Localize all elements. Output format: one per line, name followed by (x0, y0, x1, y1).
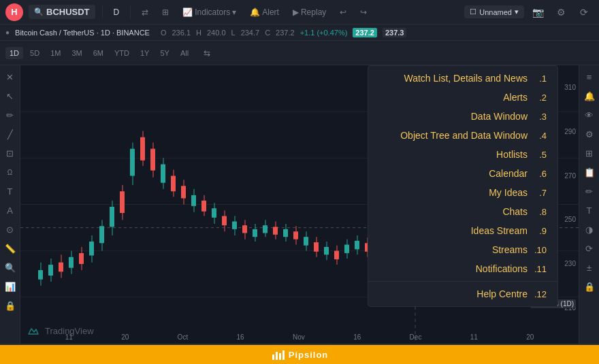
lock-right-icon[interactable]: 🔒 (581, 278, 598, 295)
lock-tool[interactable]: 🔒 (1, 297, 19, 314)
svg-rect-50 (253, 229, 257, 237)
menu-item-help[interactable]: Help Centre .12 (368, 284, 557, 303)
menu-item-hotlists[interactable]: Hotlists .5 (368, 145, 557, 164)
svg-rect-62 (314, 242, 319, 252)
indicators-button[interactable]: 📈 Indicators ▾ (178, 5, 240, 19)
footer-brand: Pipsilon (0, 345, 599, 364)
text-tool[interactable]: T (1, 182, 19, 200)
period-ytd[interactable]: YTD (110, 47, 133, 59)
gear-icon: ⚙ (557, 7, 566, 18)
refresh-button[interactable]: ⟳ (574, 3, 594, 22)
watchlist-icon[interactable]: ≡ (581, 68, 598, 86)
symbol-full-name: Bitcoin Cash / TetherUS · 1D · BINANCE (15, 29, 150, 37)
timeframe-selector[interactable]: D (110, 5, 124, 19)
tradingview-logo: TradingView (26, 323, 94, 338)
edit-icon[interactable]: ✏ (581, 182, 598, 200)
zoom-tool[interactable]: 🔍 (1, 259, 19, 276)
line-tool[interactable]: ╱ (1, 125, 19, 143)
svg-rect-54 (273, 227, 278, 234)
toolbar-right: ☐ Unnamed ▾ 📷 ⚙ ⟳ (464, 3, 594, 22)
replay-button[interactable]: ▶ Replay (289, 5, 330, 19)
pattern-tool[interactable]: Ω (1, 163, 19, 181)
menu-item-chats[interactable]: Chats .8 (368, 202, 557, 221)
menu-item-notifications[interactable]: Notifications .11 (368, 259, 557, 278)
divider-2 (130, 5, 131, 19)
divider-1 (102, 5, 103, 19)
open-value: 236.1 (172, 29, 191, 37)
svg-rect-112 (282, 350, 285, 360)
bell-icon[interactable]: 🔔 (581, 87, 598, 105)
clipboard-icon[interactable]: 📋 (581, 163, 598, 181)
screenshot-button[interactable]: 📷 (528, 3, 547, 22)
chart-area[interactable]: 11 20 Oct 16 Nov 16 Dec 11 20 TradingVie… (20, 65, 579, 344)
layout-name-button[interactable]: ☐ Unnamed ▾ (464, 5, 524, 18)
arrow-tool[interactable]: ↖ (1, 87, 19, 105)
grid-button[interactable]: ⊞ (158, 5, 173, 19)
menu-item-my-ideas[interactable]: My Ideas .7 (368, 183, 557, 202)
menu-item-watchlist[interactable]: Watch List, Details and News .1 (368, 69, 557, 88)
settings-right-icon[interactable]: ⚙ (581, 125, 598, 143)
compare-range-button[interactable]: ⇆ (199, 46, 214, 60)
tv-logo-icon (26, 323, 41, 338)
period-all[interactable]: All (176, 47, 193, 59)
circle-tool[interactable]: ⊙ (1, 220, 19, 238)
svg-rect-58 (293, 231, 298, 239)
period-1y[interactable]: 1Y (136, 47, 153, 59)
period-1m[interactable]: 1M (46, 47, 65, 59)
menu-item-object-tree[interactable]: Object Tree and Data Window .4 (368, 126, 557, 145)
right-panel-dropdown[interactable]: Watch List, Details and News .1 Alerts .… (368, 65, 558, 307)
symbol-search[interactable]: 🔍 BCHUSDT (29, 5, 95, 19)
indicators-icon: 📈 (182, 7, 193, 17)
main-area: ✕ ↖ ✏ ╱ ⊡ Ω T A ⊙ 📏 🔍 📊 🔒 (0, 65, 599, 344)
cursor-tool[interactable]: ✕ (1, 68, 19, 86)
undo-button[interactable]: ↩ (336, 5, 351, 19)
redo-button[interactable]: ↪ (356, 5, 371, 19)
grid-icon: ⊞ (162, 7, 169, 17)
svg-rect-44 (222, 216, 227, 226)
annotation-tool[interactable]: A (1, 201, 19, 219)
sync-icon[interactable]: ⟳ (581, 239, 598, 257)
compare-icon: ⇄ (142, 7, 148, 17)
settings-button[interactable]: ⚙ (551, 3, 570, 22)
svg-rect-110 (276, 352, 278, 360)
symbol-bar: ● Bitcoin Cash / TetherUS · 1D · BINANCE… (0, 24, 599, 41)
layout-chevron-icon: ▾ (515, 7, 519, 16)
svg-rect-8 (38, 270, 43, 280)
high-label: H (196, 29, 201, 37)
tick-tag: 237.3 (383, 28, 407, 37)
rectangle-tool[interactable]: ⊡ (1, 144, 19, 162)
menu-item-data-window[interactable]: Data Window .3 (368, 107, 557, 126)
indicator-sidebar[interactable]: 📊 (1, 278, 19, 295)
svg-rect-68 (344, 245, 349, 253)
period-3m[interactable]: 3M (67, 47, 86, 59)
menu-item-ideas-stream[interactable]: Ideas Stream .9 (368, 221, 557, 240)
low-label: L (231, 29, 236, 37)
period-6m[interactable]: 6M (89, 47, 108, 59)
svg-rect-30 (150, 149, 155, 171)
brand-name: Pipsilon (289, 350, 329, 360)
menu-item-alerts[interactable]: Alerts .2 (368, 88, 557, 107)
svg-rect-10 (48, 265, 53, 276)
menu-item-calendar[interactable]: Calendar .6 (368, 164, 557, 183)
svg-rect-109 (272, 354, 274, 360)
plus-minus-icon[interactable]: ± (581, 259, 598, 276)
pencil-tool[interactable]: ✏ (1, 106, 19, 124)
low-value: 234.7 (241, 29, 260, 37)
menu-item-streams[interactable]: Streams .10 (368, 240, 557, 259)
compare-button[interactable]: ⇄ (137, 5, 152, 19)
svg-rect-34 (171, 176, 176, 191)
period-5d[interactable]: 5D (26, 47, 44, 59)
period-5y[interactable]: 5Y (156, 47, 173, 59)
period-1d[interactable]: 1D (5, 47, 23, 59)
eye-icon[interactable]: 👁 (581, 106, 598, 124)
user-avatar[interactable]: H (5, 3, 23, 21)
layout-icon[interactable]: ⊞ (581, 144, 598, 162)
svg-rect-12 (59, 263, 63, 272)
svg-rect-16 (79, 253, 84, 264)
alert-button[interactable]: 🔔 Alert (246, 5, 283, 19)
refresh-icon: ⟳ (580, 7, 588, 18)
camera-icon: 📷 (532, 7, 544, 18)
text-right-icon[interactable]: T (581, 201, 598, 219)
theme-icon[interactable]: ◑ (581, 220, 598, 238)
ruler-tool[interactable]: 📏 (1, 239, 19, 257)
